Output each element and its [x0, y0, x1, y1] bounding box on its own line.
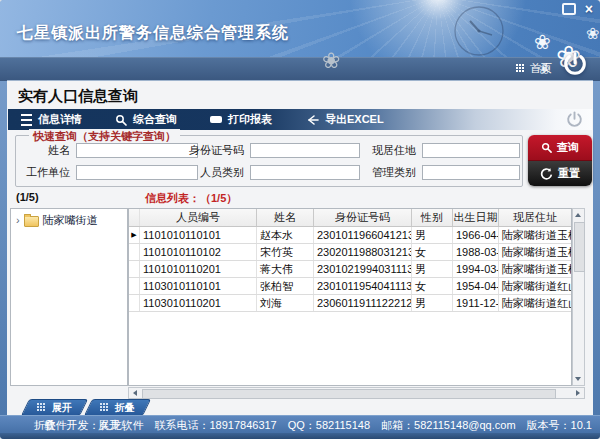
- id-number-label: 身份证号码: [188, 143, 244, 158]
- table-cell: 1994-03-11: [453, 261, 499, 277]
- table-cell: 赵本水: [257, 227, 314, 243]
- table-cell: 女: [412, 244, 453, 260]
- footer-tabs: 展开 折叠: [25, 399, 147, 416]
- name-input[interactable]: [76, 143, 198, 158]
- table-cell: 1966-04-12: [453, 227, 499, 243]
- grid-icon: [516, 64, 525, 73]
- tab-comprehensive-query[interactable]: 综合查询: [115, 112, 177, 127]
- table-body: ▶1101010110101赵本水230101196604121311男1966…: [129, 227, 571, 312]
- table-cell: 女: [412, 278, 453, 294]
- management-category-label: 管理类别: [364, 165, 416, 180]
- tree-item-label: 陆家嘴街道: [43, 213, 98, 228]
- table-cell: 宋竹英: [257, 244, 314, 260]
- title-bar: 七星镇派出所警务信息综合管理系统 ×: [0, 0, 600, 57]
- table-cell: 1988-03-12: [453, 244, 499, 260]
- column-header-person-no[interactable]: 人员编号: [140, 209, 257, 226]
- id-number-input[interactable]: [250, 143, 360, 158]
- horizontal-scroll-thumb[interactable]: [142, 389, 556, 399]
- status-developer: 软件开发：久龙软件: [44, 418, 143, 433]
- collapse-tab[interactable]: 折叠: [84, 399, 151, 416]
- reset-button[interactable]: 重置: [528, 161, 592, 186]
- table-cell: 陆家嘴街道玉树社区康: [499, 244, 571, 260]
- scroll-up-icon[interactable]: [575, 213, 581, 217]
- management-category-input[interactable]: [422, 165, 520, 180]
- scroll-down-icon[interactable]: [575, 377, 581, 381]
- query-button-label: 查询: [557, 140, 579, 155]
- row-indicator: ▶: [129, 227, 140, 243]
- table-cell: 张柏智: [257, 278, 314, 294]
- status-bar: 折叠 展开 软件开发：久龙软件 联系电话：18917846317 QQ：5821…: [0, 415, 600, 434]
- quick-search-legend: 快速查询（支持关键字查询）: [29, 129, 180, 144]
- grid-icon: [37, 403, 46, 412]
- table-cell: 1101010110201: [140, 261, 257, 277]
- horizontal-scrollbar[interactable]: [128, 387, 585, 399]
- content-area: 实有人口信息查询 信息详情 综合查询 打印报表: [7, 80, 593, 416]
- vertical-scrollbar[interactable]: [572, 208, 585, 386]
- scroll-right-icon[interactable]: [576, 390, 580, 396]
- table-cell: 男: [412, 227, 453, 243]
- header-indicator-spacer: [129, 209, 140, 226]
- tree-item-street[interactable]: › 陆家嘴街道: [11, 209, 127, 228]
- tab-print-report[interactable]: 打印报表: [210, 112, 272, 127]
- scroll-left-icon[interactable]: [133, 390, 137, 396]
- expand-tab-label: 展开: [52, 401, 72, 415]
- table-cell: 陆家嘴街道玉树社区康: [499, 227, 571, 243]
- table-row[interactable]: 1103010110101张柏智230101195404111322女1954-…: [129, 278, 571, 295]
- column-header-birth-date[interactable]: 出生日期: [453, 209, 499, 226]
- name-label: 姓名: [18, 143, 70, 158]
- quick-search-groupbox: 快速查询（支持关键字查询） 姓名 身份证号码 现居住地 工作单位 人员类别: [15, 135, 523, 187]
- table-row[interactable]: 1103010110201刘海230601191112221211男1911-1…: [129, 295, 571, 312]
- window-bottom-edge: [0, 433, 600, 439]
- tab-info-details[interactable]: 信息详情: [21, 112, 82, 127]
- table-cell: 男: [412, 261, 453, 277]
- residence-input[interactable]: [422, 143, 520, 158]
- row-indicator: [129, 295, 140, 311]
- person-table: 人员编号 姓名 身份证号码 性别 出生日期 现居住址 ▶110101011010…: [128, 208, 572, 386]
- app-window: 七星镇派出所警务信息综合管理系统 × 首页 ❀ ❀ ❀ ❀ ❀ 实有人口信息查询…: [0, 0, 600, 439]
- tab-label: 信息详情: [38, 112, 82, 127]
- table-cell: 陆家嘴街道红山村李家: [499, 278, 571, 294]
- table-row[interactable]: 1101010110201蒋大伟230102199403111311男1994-…: [129, 261, 571, 278]
- table-row[interactable]: ▶1101010110101赵本水230101196604121311男1966…: [129, 227, 571, 244]
- status-qq: QQ：582115148: [288, 418, 370, 433]
- power-button[interactable]: [561, 50, 589, 82]
- menu-icon: [21, 114, 32, 126]
- work-unit-input[interactable]: [76, 165, 198, 180]
- row-indicator: [129, 244, 140, 260]
- table-cell: 230201198803121322: [314, 244, 412, 260]
- export-icon: [305, 114, 319, 126]
- table-cell: 男: [412, 295, 453, 311]
- expand-tab[interactable]: 展开: [21, 399, 88, 416]
- table-row[interactable]: 1101010110102宋竹英230201198803121322女1988-…: [129, 244, 571, 261]
- table-cell: 陆家嘴街道红山村李家: [499, 295, 571, 311]
- vertical-scroll-thumb[interactable]: [574, 222, 585, 272]
- column-header-address[interactable]: 现居住址: [499, 209, 571, 226]
- person-category-input[interactable]: [250, 165, 360, 180]
- chevron-right-icon: ›: [16, 215, 20, 226]
- clock-decoration: [452, 4, 506, 58]
- search-icon: [115, 114, 127, 126]
- work-unit-label: 工作单位: [18, 165, 70, 180]
- table-cell: 230101196604121311: [314, 227, 412, 243]
- tab-export-excel[interactable]: 导出EXCEL: [305, 112, 384, 127]
- nav-band: [0, 57, 600, 81]
- collapse-tab-label: 折叠: [115, 401, 135, 415]
- row-indicator: [129, 261, 140, 277]
- column-header-id-number[interactable]: 身份证号码: [314, 209, 412, 226]
- query-button[interactable]: 查询: [528, 135, 592, 161]
- minimize-icon[interactable]: [562, 3, 576, 15]
- status-version: 版本号：10.1: [527, 418, 592, 433]
- printer-icon: [210, 116, 222, 123]
- column-header-name[interactable]: 姓名: [257, 209, 314, 226]
- table-cell: 230101195404111322: [314, 278, 412, 294]
- page-title: 实有人口信息查询: [18, 87, 138, 106]
- toolbar-power-icon[interactable]: [565, 110, 584, 133]
- nav-home-button[interactable]: 首页: [516, 61, 552, 76]
- column-header-gender[interactable]: 性别: [412, 209, 453, 226]
- table-cell: 230601191112221211: [314, 295, 412, 311]
- table-cell: 1101010110102: [140, 244, 257, 260]
- table-header: 人员编号 姓名 身份证号码 性别 出生日期 现居住址: [129, 209, 571, 227]
- page-indicator: (1/5): [16, 191, 39, 203]
- close-icon[interactable]: ×: [585, 3, 593, 15]
- table-cell: 1911-12-22: [453, 295, 499, 311]
